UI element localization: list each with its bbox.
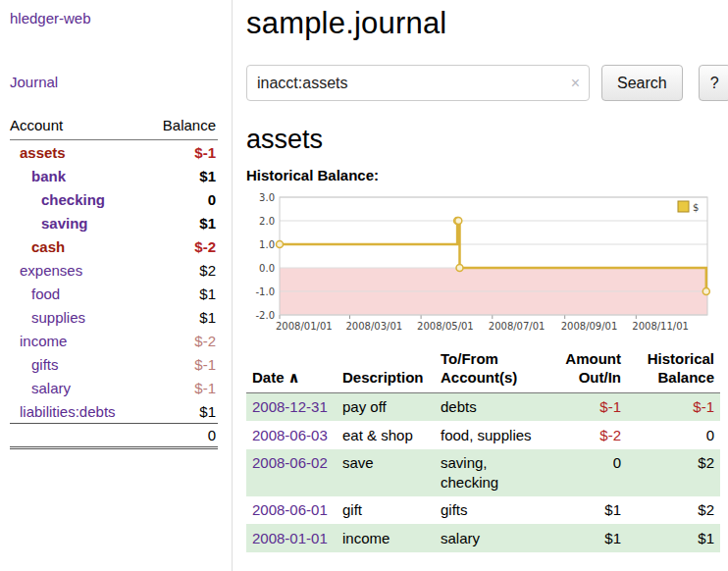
sort-ascending-icon: ∧ [288,369,300,386]
register-header-accounts: To/From Account(s) [435,348,546,392]
transaction-description: income [337,524,435,552]
search-input[interactable] [246,65,590,101]
account-row: supplies $1 [10,305,218,329]
sidebar-account-supplies[interactable]: supplies [10,309,85,326]
account-row: bank $1 [10,164,218,187]
account-balance: $2 [199,262,216,279]
svg-text:2.0: 2.0 [259,216,275,227]
svg-text:3.0: 3.0 [259,192,275,203]
register-row: 2008-06-01 gift gifts $1 $2 [246,496,720,525]
account-row: gifts $-1 [10,352,218,376]
account-balance: $-2 [194,238,216,255]
account-row: income $-2 [10,329,218,352]
account-row: assets $-1 [10,140,218,164]
clear-search-icon[interactable]: × [571,75,580,92]
account-row: checking 0 [10,187,218,211]
svg-text:2008/11/01: 2008/11/01 [632,321,689,332]
sidebar-item-journal[interactable]: Journal [10,74,222,90]
app-title-link[interactable]: hledger-web [10,10,91,26]
account-balance: $1 [199,286,216,302]
svg-text:-2.0: -2.0 [255,310,275,321]
date-header-label: Date [252,369,285,386]
account-balance: $1 [199,309,216,326]
sidebar-account-checking[interactable]: checking [10,191,105,208]
help-button[interactable]: ? [699,65,728,101]
transaction-description: gift [337,496,435,525]
sidebar-account-assets[interactable]: assets [10,144,66,161]
page-title: sample.journal [246,6,728,41]
svg-text:1.0: 1.0 [259,239,275,250]
transaction-accounts: debts [435,392,546,421]
account-row: cash $-2 [10,234,218,258]
sidebar-account-food[interactable]: food [10,286,60,302]
register-row: 2008-12-31 pay off debts $-1 $-1 [246,392,720,421]
transaction-amount: $1 [546,496,627,525]
sidebar-account-saving[interactable]: saving [10,215,88,232]
transaction-description: eat & shop [337,421,435,449]
register-row: 2008-06-02 save saving, checking 0 $2 [246,449,720,496]
register-header-date[interactable]: Date∧ [246,348,337,392]
chart-title: Historical Balance: [246,167,728,183]
sidebar-account-liabilities-debts[interactable]: liabilities:debts [10,403,116,420]
transaction-balance: $2 [627,449,720,496]
sidebar-account-bank[interactable]: bank [10,168,66,184]
transaction-balance: $2 [627,496,720,525]
accounts-total: 0 [10,423,218,449]
account-balance: 0 [208,191,216,208]
sidebar-account-cash[interactable]: cash [10,238,65,255]
account-row: liabilities:debts $1 [10,399,218,423]
account-column-header: Account [10,117,63,133]
transaction-date-link[interactable]: 2008-06-02 [252,454,328,471]
balance-column-header: Balance [163,117,216,133]
historical-balance-chart: 3.02.01.00.0-1.0-2.02008/01/012008/03/01… [246,187,717,337]
account-row: expenses $2 [10,258,218,282]
transaction-amount: $1 [546,524,627,552]
svg-text:2008/05/01: 2008/05/01 [417,321,474,332]
account-row: salary $-1 [10,376,218,399]
transaction-accounts: salary [435,524,546,552]
accounts-table: Account Balance assets $-1 bank $1 check… [10,114,218,449]
sidebar: hledger-web Journal Account Balance asse… [0,0,233,571]
account-balance: $-2 [194,333,216,349]
transaction-date-link[interactable]: 2008-01-01 [252,530,328,546]
svg-text:2008/07/01: 2008/07/01 [489,321,546,332]
account-balance: $-1 [194,380,216,396]
account-balance: $1 [199,168,216,184]
svg-text:2008/09/01: 2008/09/01 [561,321,618,332]
search-bar: × Search ? [246,65,728,101]
account-balance: $-1 [194,356,216,373]
accounts-table-header: Account Balance [10,114,218,140]
legend-swatch [678,201,689,212]
svg-text:-1.0: -1.0 [255,286,275,297]
transaction-accounts: gifts [435,496,546,525]
svg-text:0.0: 0.0 [259,263,275,274]
svg-text:2008/01/01: 2008/01/01 [276,321,333,332]
transaction-description: pay off [337,392,435,421]
transaction-description: save [337,449,435,496]
account-balance: $1 [199,403,216,420]
account-row: food $1 [10,282,218,305]
register-row: 2008-01-01 income salary $1 $1 [246,524,720,552]
transaction-date-link[interactable]: 2008-06-03 [252,427,328,443]
account-heading: assets [246,125,728,155]
register-table: Date∧ Description To/From Account(s) Amo… [246,348,720,552]
sidebar-account-gifts[interactable]: gifts [10,356,59,373]
transaction-accounts: food, supplies [435,421,546,449]
register-header-amount: Amount Out/In [546,348,627,392]
svg-text:$: $ [693,202,699,213]
sidebar-account-income[interactable]: income [10,333,67,349]
register-header-row: Date∧ Description To/From Account(s) Amo… [246,348,720,392]
search-button[interactable]: Search [601,65,683,101]
svg-text:2008/03/01: 2008/03/01 [346,321,403,332]
transaction-date-link[interactable]: 2008-12-31 [252,398,328,415]
sidebar-account-expenses[interactable]: expenses [10,262,82,279]
account-balance: $-1 [194,144,216,161]
transaction-amount: $-1 [546,392,627,421]
transaction-date-link[interactable]: 2008-06-01 [252,501,328,518]
main-content: sample.journal × Search ? assets Histori… [233,0,728,571]
transaction-accounts: saving, checking [435,449,546,496]
transaction-balance: 0 [627,421,720,449]
sidebar-account-salary[interactable]: salary [10,380,71,396]
transaction-balance: $1 [627,524,720,552]
account-balance: $1 [199,215,216,232]
